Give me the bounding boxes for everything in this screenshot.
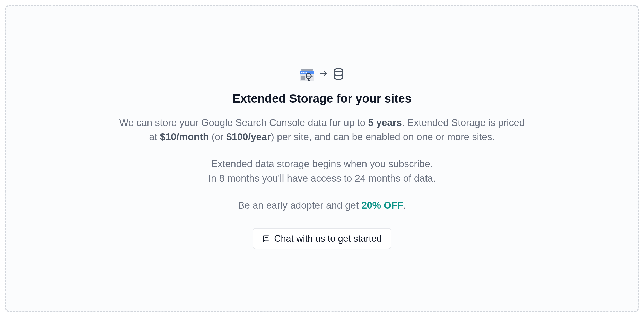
database-icon: [333, 68, 344, 81]
svg-point-12: [334, 69, 343, 72]
chat-icon: [262, 235, 270, 243]
extended-storage-panel: Extended Storage for your sites We can s…: [5, 5, 639, 312]
svg-point-3: [303, 72, 305, 73]
panel-body: We can store your Google Search Console …: [116, 116, 528, 228]
svg-point-4: [306, 72, 307, 73]
discount-badge: 20% OFF: [361, 200, 403, 211]
price-yearly: $100/year: [226, 131, 271, 142]
google-search-console-icon: [300, 68, 314, 81]
panel-title: Extended Storage for your sites: [232, 91, 411, 105]
paragraph-discount: Be an early adopter and get 20% OFF.: [116, 198, 528, 213]
svg-point-2: [301, 72, 303, 73]
svg-rect-6: [301, 76, 305, 80]
storage-duration: 5 years: [368, 117, 402, 128]
chat-button[interactable]: Chat with us to get started: [253, 228, 391, 249]
paragraph-pricing: We can store your Google Search Console …: [116, 116, 528, 144]
paragraph-begins: Extended data storage begins when you su…: [116, 157, 528, 185]
svg-rect-7: [306, 76, 313, 77]
arrow-right-icon: [319, 69, 328, 80]
chat-button-label: Chat with us to get started: [274, 233, 382, 244]
icon-row: [300, 68, 344, 81]
svg-rect-0: [301, 69, 313, 71]
price-monthly: $10/month: [160, 131, 209, 142]
